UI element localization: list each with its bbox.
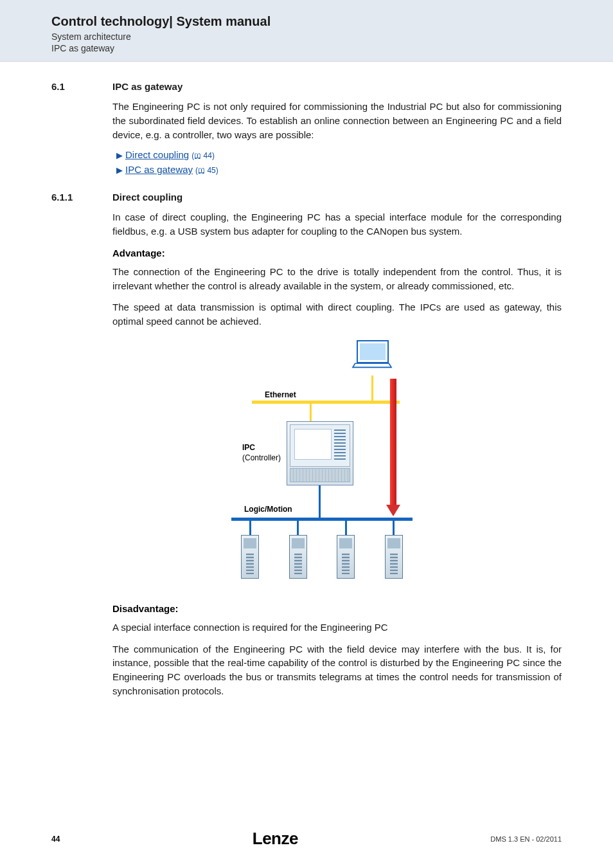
caret-icon: ▶ xyxy=(116,150,123,160)
page-content: 6.1 IPC as gateway The Engineering PC is… xyxy=(0,62,613,698)
ethernet-label: Ethernet xyxy=(265,390,296,399)
ethernet-bus xyxy=(252,401,400,404)
caret-icon: ▶ xyxy=(116,165,123,175)
section-6-1-heading: 6.1 IPC as gateway xyxy=(51,81,562,92)
paragraph: The speed at data transmission is optima… xyxy=(112,300,562,329)
drive-icon xyxy=(289,535,307,579)
breadcrumb-chapter: System architecture xyxy=(51,32,613,42)
drive-icon xyxy=(241,535,259,579)
advantage-heading: Advantage: xyxy=(112,248,562,258)
drive-icon xyxy=(337,535,355,579)
architecture-diagram: Ethernet IPC (Controller) Logic/Motion xyxy=(51,340,562,590)
page-footer: 44 Lenze DMS 1.3 EN - 02/2011 xyxy=(0,829,613,849)
book-icon: 🕮 xyxy=(194,152,201,159)
fieldbus-connector xyxy=(319,485,321,518)
ethernet-connector xyxy=(371,375,373,401)
drives-row xyxy=(231,521,413,579)
document-id: DMS 1.3 EN - 02/2011 xyxy=(490,835,562,843)
section-title: IPC as gateway xyxy=(112,81,182,92)
link-text: IPC as gateway xyxy=(125,164,193,175)
ethernet-connector xyxy=(310,404,312,422)
page-ref: (🕮 44) xyxy=(191,151,215,160)
ipc-label: IPC xyxy=(242,443,255,452)
drive-unit xyxy=(327,521,364,579)
paragraph: The communication of the Engineering PC … xyxy=(112,642,562,698)
paragraph: In case of direct coupling, the Engineer… xyxy=(112,210,562,239)
book-icon: 🕮 xyxy=(198,167,205,174)
section-number: 6.1 xyxy=(51,81,112,92)
link-text: Direct coupling xyxy=(125,149,189,160)
breadcrumb-section: IPC as gateway xyxy=(51,43,613,53)
doc-title: Control technology| System manual xyxy=(51,14,613,29)
section-6-1-1-heading: 6.1.1 Direct coupling xyxy=(51,192,562,203)
link-direct-coupling[interactable]: ▶ Direct coupling (🕮 44) xyxy=(116,149,562,160)
paragraph: A special interface connection is requir… xyxy=(112,620,562,635)
direct-coupling-arrow-icon xyxy=(389,379,398,515)
page-ref-num: 44 xyxy=(204,151,212,160)
disadvantage-heading: Disadvantage: xyxy=(112,603,562,614)
controller-label: (Controller) xyxy=(242,453,281,462)
section-number: 6.1.1 xyxy=(51,192,112,203)
intro-paragraph: The Engineering PC is not only required … xyxy=(112,100,562,141)
drive-unit xyxy=(231,521,269,579)
page-ref-num: 45 xyxy=(207,166,215,175)
section-title: Direct coupling xyxy=(112,192,182,203)
ipc-device-icon xyxy=(287,421,353,485)
page-ref: (🕮 45) xyxy=(195,166,218,175)
drive-icon xyxy=(385,535,403,579)
drive-unit xyxy=(280,521,317,579)
page-number: 44 xyxy=(51,835,60,844)
lenze-logo: Lenze xyxy=(253,829,298,849)
laptop-icon xyxy=(353,340,392,374)
paragraph: The connection of the Engineering PC to … xyxy=(112,265,562,293)
drive-unit xyxy=(375,521,413,579)
header-band: Control technology| System manual System… xyxy=(0,0,613,62)
logic-motion-label: Logic/Motion xyxy=(244,505,292,514)
link-ipc-as-gateway[interactable]: ▶ IPC as gateway (🕮 45) xyxy=(116,164,562,175)
